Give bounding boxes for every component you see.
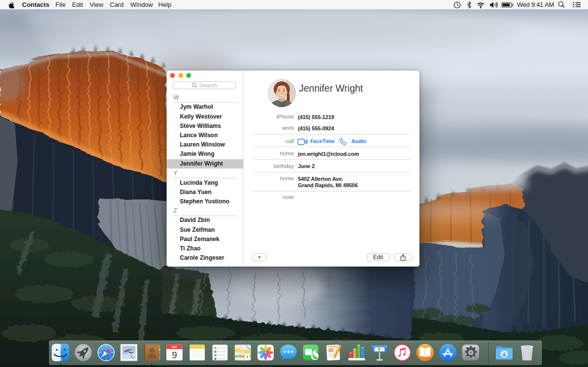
svg-text:9: 9 [172, 350, 177, 360]
svg-text:SEP: SEP [172, 345, 177, 348]
